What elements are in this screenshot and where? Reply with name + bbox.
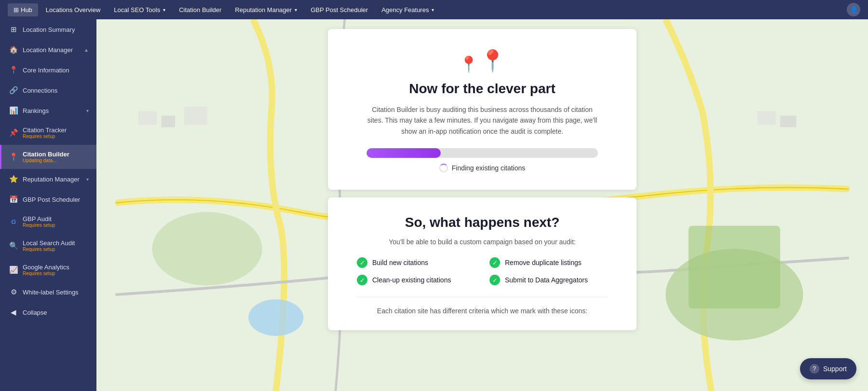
nav-gbp-label: GBP Post Scheduler [311, 6, 368, 14]
audit-progress-card: 📍 📍 Now for the clever part Citation Bui… [328, 29, 637, 190]
sidebar-item-connections[interactable]: 🔗 Connections [0, 80, 96, 100]
nav-locations-overview[interactable]: Locations Overview [40, 3, 106, 16]
home-icon: 🏠 [9, 45, 18, 54]
nav-local-seo-tools[interactable]: Local SEO Tools ▾ [108, 3, 171, 16]
content-panels: 📍 📍 Now for the clever part Citation Bui… [96, 19, 868, 391]
sidebar-item-location-summary[interactable]: ⊞ Location Summary [0, 19, 96, 40]
sidebar-item-label: Location Manager [23, 46, 73, 54]
sidebar-item-core-information[interactable]: 📍 Core Information [0, 60, 96, 80]
nav-reputation-manager[interactable]: Reputation Manager ▾ [229, 3, 303, 16]
chevron-down-icon-5: ▾ [86, 177, 89, 182]
updating-badge: Updating data... [23, 158, 69, 163]
chevron-down-icon-2: ▾ [295, 7, 297, 13]
calendar-icon: 📅 [9, 195, 18, 204]
check-circle-icon: ✓ [357, 257, 367, 268]
local-search-label-group: Local Search Audit Requires setup [23, 239, 75, 252]
status-text: Finding existing citations [452, 164, 526, 172]
analytics-icon: 📈 [9, 265, 18, 274]
sidebar-item-label: Citation Tracker [23, 126, 67, 134]
chevron-up-icon: ▲ [84, 47, 89, 53]
sidebar-item-gbp-post-scheduler[interactable]: 📅 GBP Post Scheduler [0, 189, 96, 209]
citation-tracker-label-group: Citation Tracker Requires setup [23, 126, 67, 139]
star-icon: ⭐ [9, 175, 18, 183]
sidebar-item-label: Connections [23, 87, 57, 94]
sidebar-item-label: Core Information [23, 67, 69, 74]
checklist-item-label-3: Clean-up existing citations [372, 276, 451, 284]
chart-icon: 📊 [9, 106, 18, 115]
citation-builder-label-group: Citation Builder Updating data... [23, 151, 69, 163]
sidebar-item-label: Google Analytics [23, 264, 69, 271]
card-divider [357, 297, 608, 297]
nav-hub[interactable]: ⊞ Hub [8, 3, 38, 16]
next-steps-card: So, what happens next? You'll be able to… [328, 197, 637, 330]
check-item-submit-aggregators: ✓ Submit to Data Aggregators [489, 275, 608, 285]
hub-icon: ⊞ [14, 6, 19, 14]
audit-title: Now for the clever part [357, 81, 608, 97]
sidebar-item-label: GBP Audit [23, 215, 55, 223]
avatar-icon: 👤 [850, 6, 858, 14]
tracker-icon: 📌 [9, 128, 18, 137]
analytics-requires-setup-badge: Requires setup [23, 271, 69, 276]
check-item-clean-up: ✓ Clean-up existing citations [357, 275, 475, 285]
support-button[interactable]: ? Support [800, 358, 856, 379]
sidebar-item-label: Citation Builder [23, 151, 69, 158]
progress-status: Finding existing citations [357, 164, 608, 172]
link-icon: 🔗 [9, 86, 18, 95]
chevron-down-icon-3: ▾ [432, 7, 434, 13]
nav-seo-label: Local SEO Tools [114, 6, 160, 14]
pin-icon: 📍 [9, 66, 18, 74]
sidebar-item-citation-tracker[interactable]: 📌 Citation Tracker Requires setup [0, 121, 96, 145]
sidebar-item-location-manager[interactable]: 🏠 Location Manager ▲ [0, 40, 96, 60]
collapse-icon: ◀ [9, 308, 18, 317]
loading-spinner [439, 164, 448, 172]
checklist-item-label-2: Remove duplicate listings [505, 259, 582, 266]
nav-agency-features[interactable]: Agency Features ▾ [376, 3, 440, 16]
sidebar-item-label: Local Search Audit [23, 239, 75, 247]
support-label: Support [823, 365, 847, 373]
criteria-description: Each citation site has different criteri… [357, 307, 608, 315]
nav-citation-builder[interactable]: Citation Builder [173, 3, 227, 16]
sidebar-item-label: Location Summary [23, 26, 75, 33]
analytics-label-group: Google Analytics Requires setup [23, 264, 69, 276]
sidebar-item-gbp-audit[interactable]: G GBP Audit Requires setup [0, 209, 96, 234]
support-icon: ? [810, 364, 819, 374]
check-item-build-new: ✓ Build new citations [357, 257, 475, 268]
builder-icon: 📍 [9, 153, 18, 161]
sidebar-item-google-analytics[interactable]: 📈 Google Analytics Requires setup [0, 258, 96, 282]
audit-description: Citation Builder is busy auditing this b… [366, 104, 598, 137]
nav-reputation-label: Reputation Manager [235, 6, 292, 14]
next-steps-description: You'll be able to build a custom campaig… [357, 238, 608, 246]
nav-citation-label: Citation Builder [179, 6, 221, 14]
progress-bar-container [366, 148, 598, 158]
sidebar-item-citation-builder[interactable]: 📍 Citation Builder Updating data... [0, 145, 96, 169]
sidebar-item-reputation-manager[interactable]: ⭐ Reputation Manager ▾ [0, 169, 96, 189]
top-navigation: ⊞ Hub Locations Overview Local SEO Tools… [0, 0, 868, 19]
checklist-item-label-4: Submit to Data Aggregators [505, 276, 588, 284]
map-pins-icon: 📍 📍 [357, 48, 608, 73]
pin-large-icon: 📍 [479, 48, 506, 73]
pin-small-icon: 📍 [459, 55, 478, 73]
sidebar-item-rankings[interactable]: 📊 Rankings ▾ [0, 100, 96, 121]
checklist-item-label: Build new citations [372, 259, 428, 266]
sidebar-item-label: White-label Settings [23, 289, 79, 296]
gbp-requires-setup-badge: Requires setup [23, 223, 55, 228]
requires-setup-badge: Requires setup [23, 134, 67, 139]
check-circle-icon-4: ✓ [489, 275, 500, 285]
search-icon: 🔍 [9, 241, 18, 250]
sidebar-item-collapse[interactable]: ◀ Collapse [0, 302, 96, 322]
chevron-down-icon-4: ▾ [86, 108, 89, 113]
main-layout: ⊞ Location Summary 🏠 Location Manager ▲ … [0, 19, 868, 391]
user-avatar[interactable]: 👤 [847, 3, 860, 16]
sidebar-item-white-label-settings[interactable]: ⚙ White-label Settings [0, 282, 96, 302]
chevron-down-icon: ▾ [163, 7, 165, 13]
next-steps-title: So, what happens next? [357, 215, 608, 230]
nav-agency-label: Agency Features [381, 6, 429, 14]
sidebar-item-local-search-audit[interactable]: 🔍 Local Search Audit Requires setup [0, 234, 96, 258]
local-search-requires-setup-badge: Requires setup [23, 247, 75, 252]
sidebar-item-label: Collapse [23, 309, 47, 316]
content-area: 📍 📍 Now for the clever part Citation Bui… [96, 19, 868, 391]
nav-gbp-post-scheduler[interactable]: GBP Post Scheduler [305, 3, 374, 16]
settings-icon: ⚙ [9, 288, 18, 296]
check-circle-icon-2: ✓ [489, 257, 500, 268]
check-circle-icon-3: ✓ [357, 275, 367, 285]
